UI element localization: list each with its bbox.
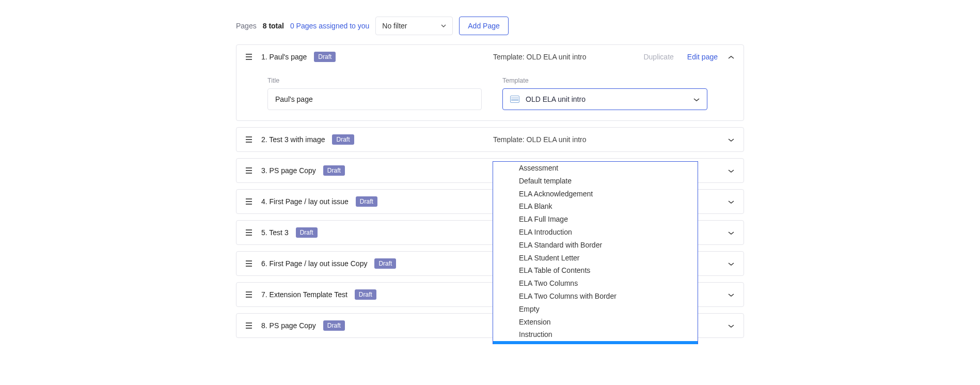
template-select[interactable]: OLD ELA unit intro: [502, 88, 707, 110]
page-row-title: 3. PS page Copy: [261, 166, 316, 175]
template-option[interactable]: ELA Full Image: [493, 213, 698, 226]
page-row-title: 4. First Page / lay out issue: [261, 197, 349, 206]
status-badge: Draft: [374, 258, 396, 269]
page-row-header[interactable]: 2. Test 3 with image Draft Template: OLD…: [236, 128, 744, 151]
page-row-title: 6. First Page / lay out issue Copy: [261, 259, 367, 268]
drag-handle-icon[interactable]: [246, 136, 252, 143]
page-row: 1. Paul's page Draft Template: OLD ELA u…: [236, 44, 744, 121]
page-row: 2. Test 3 with image Draft Template: OLD…: [236, 127, 744, 152]
drag-handle-icon[interactable]: [246, 260, 252, 267]
drag-handle-icon[interactable]: [246, 322, 252, 329]
drag-handle-icon[interactable]: [246, 291, 252, 298]
status-badge: Draft: [355, 289, 376, 300]
status-badge: Draft: [323, 165, 345, 176]
filter-select[interactable]: No filter: [375, 17, 453, 35]
template-option[interactable]: Empty: [493, 303, 698, 316]
drag-handle-icon[interactable]: [246, 167, 252, 174]
template-option[interactable]: ELA Standard with Border: [493, 239, 698, 252]
chevron-down-icon[interactable]: [728, 290, 734, 299]
template-option[interactable]: ELA Introduction: [493, 226, 698, 239]
template-select-value: OLD ELA unit intro: [526, 95, 586, 103]
drag-handle-icon[interactable]: [246, 198, 252, 205]
template-option[interactable]: Assessment: [493, 162, 698, 175]
drag-handle-icon[interactable]: [246, 229, 252, 236]
status-badge: Draft: [314, 52, 336, 62]
chevron-down-icon[interactable]: [728, 135, 734, 144]
pages-header: Pages 8 total 0 Pages assigned to you No…: [236, 17, 744, 35]
duplicate-button[interactable]: Duplicate: [643, 53, 673, 61]
page-row-title: 5. Test 3: [261, 228, 289, 237]
template-option[interactable]: Default template: [493, 175, 698, 188]
page-row-title: 8. PS page Copy: [261, 321, 316, 330]
pages-label: Pages: [236, 22, 257, 30]
title-field-label: Title: [267, 77, 482, 84]
page-row-template: Template: OLD ELA unit intro: [493, 135, 587, 144]
template-option[interactable]: ELA Two Columns: [493, 277, 698, 290]
template-option[interactable]: Instruction: [493, 328, 698, 341]
template-option[interactable]: OLD ELA unit intro: [493, 341, 698, 344]
template-option[interactable]: ELA Student Letter: [493, 252, 698, 265]
filter-select-value: No filter: [382, 22, 407, 30]
chevron-down-icon[interactable]: [728, 166, 734, 175]
edit-page-button[interactable]: Edit page: [687, 53, 718, 61]
template-option[interactable]: ELA Blank: [493, 200, 698, 213]
drag-handle-icon[interactable]: [246, 54, 252, 60]
pages-assigned-link[interactable]: 0 Pages assigned to you: [290, 22, 369, 30]
template-field-label: Template: [502, 77, 707, 84]
page-row-title: 1. Paul's page: [261, 53, 307, 61]
title-input[interactable]: [267, 88, 482, 110]
status-badge: Draft: [296, 227, 318, 238]
template-option[interactable]: ELA Table of Contents: [493, 264, 698, 277]
template-option[interactable]: ELA Acknowledgement: [493, 188, 698, 201]
chevron-up-icon[interactable]: [728, 53, 734, 61]
status-badge: Draft: [356, 196, 377, 207]
chevron-down-icon: [441, 24, 446, 27]
template-icon: [510, 96, 519, 103]
page-row-title: 7. Extension Template Test: [261, 290, 347, 299]
page-row-body: Title Template OLD ELA unit intro: [236, 69, 744, 120]
status-badge: Draft: [323, 320, 345, 331]
page-row-template: Template: OLD ELA unit intro: [493, 53, 587, 61]
page-row-title: 2. Test 3 with image: [261, 135, 325, 144]
pages-total: 8 total: [263, 22, 284, 30]
template-option[interactable]: ELA Two Columns with Border: [493, 290, 698, 303]
chevron-down-icon[interactable]: [728, 321, 734, 330]
chevron-down-icon[interactable]: [728, 228, 734, 237]
template-option[interactable]: Extension: [493, 316, 698, 329]
chevron-down-icon[interactable]: [728, 259, 734, 268]
chevron-down-icon: [693, 95, 700, 103]
add-page-button[interactable]: Add Page: [459, 17, 509, 35]
status-badge: Draft: [332, 134, 354, 145]
chevron-down-icon[interactable]: [728, 197, 734, 206]
template-dropdown[interactable]: AssessmentDefault templateELA Acknowledg…: [493, 161, 698, 344]
page-row-header[interactable]: 1. Paul's page Draft Template: OLD ELA u…: [236, 45, 744, 69]
